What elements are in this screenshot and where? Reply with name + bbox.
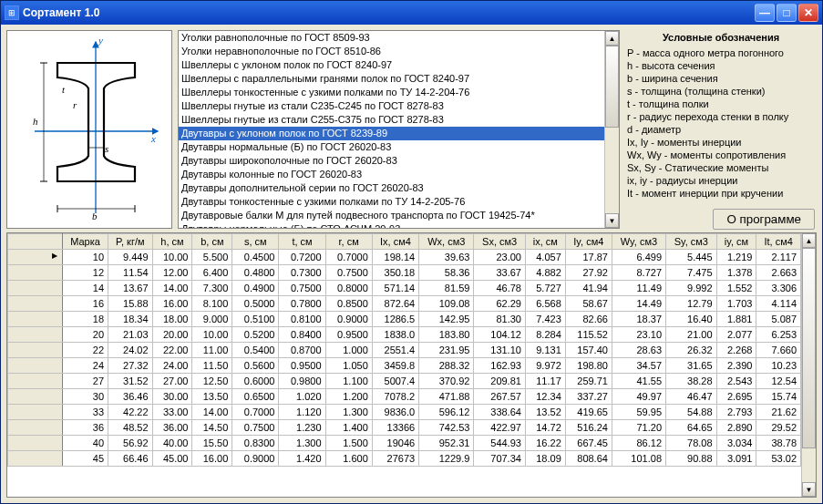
table-cell[interactable]: 11.54 <box>108 265 153 281</box>
table-cell[interactable]: 40 <box>63 436 108 451</box>
table-cell[interactable]: 18 <box>63 312 108 327</box>
table-cell[interactable]: 1838.0 <box>372 327 418 343</box>
table-cell[interactable]: 1.400 <box>325 420 372 436</box>
table-cell[interactable]: 952.31 <box>419 436 474 451</box>
profile-list-item[interactable]: Швеллеры с уклоном полок по ГОСТ 8240-97 <box>179 58 604 72</box>
table-cell[interactable]: 0.8700 <box>279 343 325 358</box>
table-cell[interactable]: 142.95 <box>419 312 474 327</box>
table-cell[interactable]: 78.08 <box>666 436 717 451</box>
table-cell[interactable]: 11.50 <box>192 358 232 374</box>
table-cell[interactable]: 2.663 <box>756 265 801 281</box>
table-cell[interactable]: 59.95 <box>612 405 665 420</box>
maximize-button[interactable]: □ <box>777 4 797 22</box>
profile-list-item[interactable]: Двутавры с уклоном полок по ГОСТ 8239-89 <box>179 127 604 140</box>
table-cell[interactable]: 13.50 <box>192 389 232 405</box>
table-cell[interactable]: 1.120 <box>279 405 325 420</box>
table-cell[interactable]: 13366 <box>372 420 418 436</box>
table-cell[interactable]: 6.568 <box>525 296 565 312</box>
table-cell[interactable]: 10.00 <box>192 327 232 343</box>
table-cell[interactable]: 16.40 <box>666 312 717 327</box>
table-cell[interactable]: 15.88 <box>108 296 153 312</box>
table-cell[interactable]: 5.727 <box>525 281 565 296</box>
table-cell[interactable]: 16.22 <box>525 436 565 451</box>
table-cell[interactable]: 81.30 <box>474 312 526 327</box>
profile-list-item[interactable]: Уголки равнополочные по ГОСТ 8509-93 <box>179 31 604 45</box>
table-cell[interactable]: 33.00 <box>152 405 192 420</box>
table-cell[interactable]: 0.9000 <box>325 312 372 327</box>
table-cell[interactable]: 13.67 <box>108 281 153 296</box>
table-cell[interactable]: 24.02 <box>108 343 153 358</box>
table-cell[interactable]: 12 <box>63 265 108 281</box>
column-header[interactable]: b, см <box>192 234 232 250</box>
table-cell[interactable]: 18.34 <box>108 312 153 327</box>
table-cell[interactable]: 7.300 <box>192 281 232 296</box>
table-cell[interactable]: 42.22 <box>108 405 153 420</box>
table-cell[interactable]: 49.97 <box>612 389 665 405</box>
table-cell[interactable]: 0.7000 <box>232 405 279 420</box>
table-cell[interactable]: 0.7800 <box>279 296 325 312</box>
table-cell[interactable]: 1.219 <box>716 250 756 265</box>
scroll-thumb[interactable] <box>605 46 619 128</box>
table-cell[interactable]: 571.14 <box>372 281 418 296</box>
table-cell[interactable]: 46.78 <box>474 281 526 296</box>
table-cell[interactable]: 3.091 <box>716 451 756 467</box>
table-cell[interactable]: 18.00 <box>152 312 192 327</box>
table-cell[interactable]: 1.552 <box>716 281 756 296</box>
table-cell[interactable]: 15.50 <box>192 436 232 451</box>
table-cell[interactable]: 0.5200 <box>232 327 279 343</box>
table-cell[interactable]: 71.20 <box>612 420 665 436</box>
table-cell[interactable]: 131.10 <box>474 343 526 358</box>
table-cell[interactable]: 338.64 <box>474 405 526 420</box>
table-cell[interactable]: 28.63 <box>612 343 665 358</box>
table-cell[interactable]: 1286.5 <box>372 312 418 327</box>
table-cell[interactable]: 0.5000 <box>232 296 279 312</box>
table-cell[interactable]: 0.4900 <box>232 281 279 296</box>
table-cell[interactable]: 16 <box>63 296 108 312</box>
about-button[interactable]: О программе <box>713 209 815 230</box>
column-header[interactable]: Марка <box>63 234 108 250</box>
table-cell[interactable]: 544.93 <box>474 436 526 451</box>
table-cell[interactable]: 9.449 <box>108 250 153 265</box>
profile-list-item[interactable]: Двутавры колонные по ГОСТ 26020-83 <box>179 168 604 181</box>
profile-list-item[interactable]: Двутавры тонкостенные с узкими полками п… <box>179 195 604 209</box>
table-cell[interactable]: 337.27 <box>565 389 612 405</box>
table-cell[interactable]: 12.54 <box>756 374 801 389</box>
table-cell[interactable]: 30 <box>63 389 108 405</box>
table-scrollbar[interactable]: ▲ ▼ <box>801 233 816 497</box>
scroll-thumb[interactable] <box>802 248 816 448</box>
table-cell[interactable]: 0.6500 <box>232 389 279 405</box>
table-cell[interactable]: 66.46 <box>108 451 153 467</box>
table-cell[interactable]: 1.420 <box>279 451 325 467</box>
column-header[interactable]: P, кг/м <box>108 234 153 250</box>
table-cell[interactable]: 38.28 <box>666 374 717 389</box>
table-cell[interactable]: 36 <box>63 420 108 436</box>
table-cell[interactable]: 5.445 <box>666 250 717 265</box>
table-cell[interactable]: 115.52 <box>565 327 612 343</box>
scroll-up-button[interactable]: ▲ <box>605 31 619 46</box>
table-cell[interactable]: 3.034 <box>716 436 756 451</box>
scroll-down-button[interactable]: ▼ <box>605 213 619 228</box>
table-cell[interactable]: 30.00 <box>152 389 192 405</box>
table-cell[interactable]: 0.9500 <box>279 358 325 374</box>
table-cell[interactable]: 7.475 <box>666 265 717 281</box>
table-cell[interactable]: 0.6000 <box>232 374 279 389</box>
table-cell[interactable]: 54.88 <box>666 405 717 420</box>
table-cell[interactable]: 12.79 <box>666 296 717 312</box>
table-cell[interactable]: 1.230 <box>279 420 325 436</box>
table-cell[interactable]: 267.57 <box>474 389 526 405</box>
table-cell[interactable]: 41.55 <box>612 374 665 389</box>
column-header[interactable]: s, см <box>232 234 279 250</box>
table-cell[interactable]: 1.200 <box>325 389 372 405</box>
table-cell[interactable]: 0.8300 <box>232 436 279 451</box>
profile-list-item[interactable]: Швеллеры гнутые из стали С255-С375 по ГО… <box>179 113 604 127</box>
table-cell[interactable]: 12.50 <box>192 374 232 389</box>
column-header[interactable]: r, см <box>325 234 372 250</box>
table-cell[interactable]: 2.793 <box>716 405 756 420</box>
table-cell[interactable]: 20.00 <box>152 327 192 343</box>
table-cell[interactable]: 82.66 <box>565 312 612 327</box>
table-cell[interactable]: 6.499 <box>612 250 665 265</box>
table-cell[interactable]: 21.00 <box>666 327 717 343</box>
table-cell[interactable]: 0.8000 <box>325 281 372 296</box>
table-cell[interactable]: 22 <box>63 343 108 358</box>
table-cell[interactable]: 2551.4 <box>372 343 418 358</box>
